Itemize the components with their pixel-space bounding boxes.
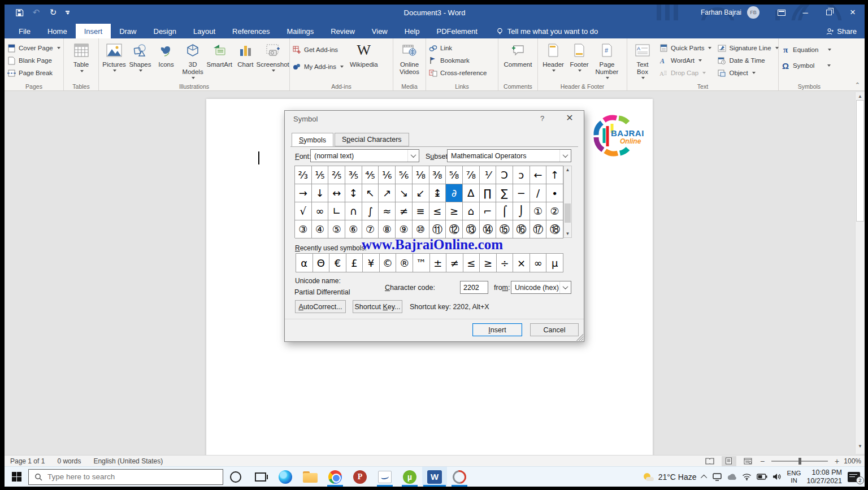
symbol-cell[interactable]: ∏ (480, 184, 497, 202)
symbol-cell[interactable]: ⑧ (379, 220, 396, 239)
tab-symbols[interactable]: Symbols (292, 133, 333, 147)
symbol-cell[interactable]: ∫ (362, 202, 379, 220)
symbol-cell[interactable]: ⑩ (413, 220, 429, 239)
symbol-cell[interactable]: ⑱ (546, 220, 563, 239)
grid-scroll-down-icon[interactable]: ▼ (564, 231, 571, 236)
language-indicator[interactable]: English (United States) (93, 457, 163, 465)
search-input[interactable] (47, 472, 200, 481)
symbol-cell[interactable]: ≠ (396, 202, 413, 220)
recent-symbol-cell[interactable]: ≥ (480, 254, 497, 272)
ribbon-tab[interactable]: Layout (185, 24, 224, 38)
symbol-cell[interactable]: ↓ (312, 184, 329, 202)
redo-icon[interactable]: ↻ (49, 8, 58, 17)
my-addins-button[interactable]: My Add-ins (292, 62, 344, 72)
scrollbar-thumb[interactable] (856, 100, 864, 222)
symbol-cell[interactable]: ⅝ (446, 166, 463, 184)
ribbon-tab[interactable]: PDFelement (428, 24, 486, 38)
symbol-cell[interactable]: ⑭ (480, 220, 497, 239)
symbol-cell[interactable]: − (513, 184, 530, 202)
language-tray[interactable]: ENG IN (787, 470, 801, 484)
symbol-cell[interactable]: ⅕ (312, 166, 329, 184)
recent-symbol-cell[interactable]: © (380, 254, 397, 272)
page-number-button[interactable]: # Page Number (592, 40, 622, 82)
resize-grip[interactable] (576, 334, 583, 341)
get-addins-button[interactable]: Get Add-ins (292, 45, 344, 55)
read-mode-icon[interactable] (702, 456, 717, 466)
ribbon-tab[interactable]: Home (39, 24, 76, 38)
zoom-level[interactable]: 100% (844, 457, 861, 465)
symbol-cell[interactable]: ↕ (345, 184, 362, 202)
cross-reference-button[interactable]: Cross-reference (428, 68, 487, 78)
psiphon-button[interactable]: P (348, 467, 372, 487)
recent-symbol-cell[interactable]: € (329, 254, 346, 272)
symbol-grid-scrollbar[interactable]: ▲ ▼ (563, 166, 572, 238)
cover-page-button[interactable]: Cover Page (7, 43, 60, 53)
dialog-close-button[interactable]: ✕ (562, 112, 578, 123)
volume-tray-icon[interactable] (772, 473, 782, 480)
symbol-cell[interactable]: ⑥ (345, 220, 362, 239)
recent-symbol-cell[interactable]: µ (546, 254, 563, 272)
ribbon-tab[interactable]: Help (396, 24, 428, 38)
whiteboard-button[interactable] (372, 467, 397, 487)
edge-button[interactable] (273, 467, 298, 487)
close-button[interactable]: × (841, 5, 865, 20)
symbol-cell[interactable]: ⑯ (513, 220, 530, 239)
symbol-cell[interactable]: ↖ (362, 184, 379, 202)
shortcut-key-button[interactable]: Shortcut Key... (353, 300, 402, 313)
recent-symbol-cell[interactable]: ≤ (463, 254, 480, 272)
word-taskbar-button[interactable]: W (422, 467, 447, 487)
onedrive-tray-icon[interactable] (727, 474, 737, 480)
ribbon-tab[interactable]: View (363, 24, 396, 38)
subset-dropdown-chevron-icon[interactable] (559, 150, 571, 162)
symbol-cell[interactable]: ⑬ (463, 220, 480, 239)
symbol-cell[interactable]: ∟ (328, 202, 345, 220)
grid-scroll-up-icon[interactable]: ▲ (564, 167, 571, 172)
symbol-cell[interactable]: ≤ (429, 202, 446, 220)
symbol-cell[interactable]: ∞ (312, 202, 329, 220)
symbol-cell[interactable]: ④ (312, 220, 329, 239)
print-layout-icon[interactable] (722, 456, 736, 466)
page-break-button[interactable]: Page Break (7, 68, 60, 78)
symbol-cell[interactable]: ③ (295, 220, 312, 239)
avatar[interactable]: FB (747, 6, 760, 19)
symbol-button[interactable]: Ω Symbol (781, 60, 831, 71)
ribbon-tab[interactable]: Mailings (279, 24, 323, 38)
share-button[interactable]: Share (826, 27, 857, 36)
equation-button[interactable]: π Equation (781, 45, 831, 55)
symbol-cell[interactable]: ↑ (546, 166, 563, 184)
symbol-cell[interactable]: ⅛ (413, 166, 429, 184)
symbol-cell[interactable]: ⅖ (328, 166, 345, 184)
collapse-ribbon-icon[interactable]: ⌃ (855, 81, 860, 89)
object-button[interactable]: Object (717, 68, 778, 78)
symbol-cell[interactable]: ↔ (328, 184, 345, 202)
clock[interactable]: 10:08 PM 10/27/2021 (806, 469, 842, 485)
recent-symbol-cell[interactable]: α (296, 254, 313, 272)
symbol-cell[interactable]: → (295, 184, 312, 202)
web-layout-icon[interactable] (741, 456, 756, 466)
from-dropdown-chevron-icon[interactable] (559, 281, 571, 293)
comment-button[interactable]: Comment (502, 40, 534, 82)
symbol-cell[interactable]: ⌠ (496, 202, 513, 220)
action-center-icon[interactable]: 2 (848, 472, 860, 482)
file-explorer-button[interactable] (298, 467, 323, 487)
quick-parts-button[interactable]: Quick Parts (659, 43, 711, 53)
symbol-cell[interactable]: ⑨ (396, 220, 413, 239)
recent-symbol-cell[interactable]: × (513, 254, 530, 272)
display-tray-icon[interactable] (713, 473, 722, 481)
symbol-cell[interactable]: ⑤ (328, 220, 345, 239)
recent-symbol-cell[interactable]: ÷ (497, 254, 514, 272)
pictures-button[interactable]: Pictures (101, 40, 127, 82)
taskbar-search[interactable] (28, 469, 223, 485)
subset-dropdown[interactable]: Mathematical Operators (447, 149, 571, 162)
weather-widget[interactable]: 21°C Haze (644, 472, 697, 482)
pdfelement-button[interactable] (447, 467, 472, 487)
symbol-cell[interactable]: ↙ (413, 184, 429, 202)
minimize-button[interactable]: ─ (793, 5, 817, 20)
symbol-cell[interactable]: ⅚ (396, 166, 413, 184)
scroll-down-icon[interactable]: ▼ (856, 444, 865, 449)
table-button[interactable]: Table (68, 40, 94, 82)
recent-symbol-cell[interactable]: £ (346, 254, 363, 272)
date-time-button[interactable]: Date & Time (717, 55, 778, 66)
cancel-button[interactable]: Cancel (530, 323, 579, 336)
scroll-up-icon[interactable]: ▲ (856, 94, 865, 99)
